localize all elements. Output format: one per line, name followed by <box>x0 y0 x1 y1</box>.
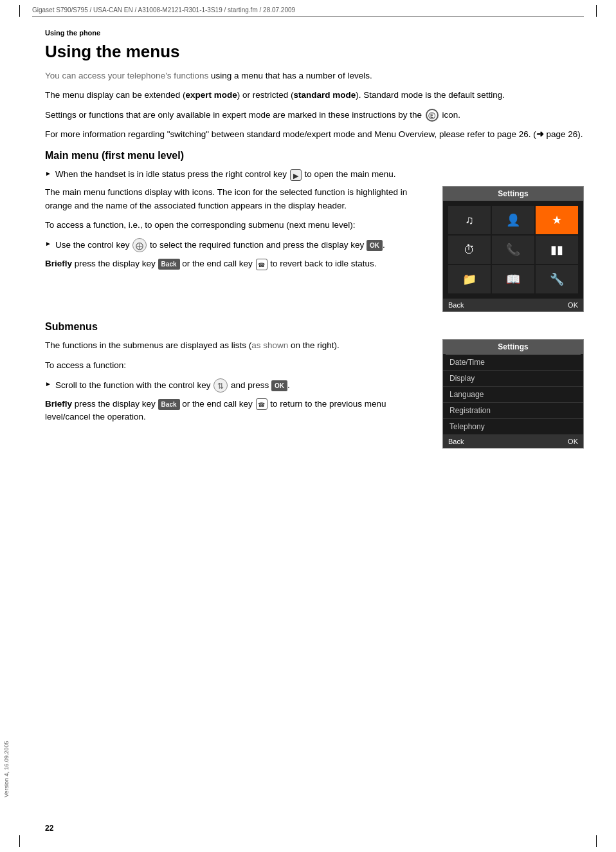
main-menu-two-col: The main menu functions display with ico… <box>45 186 584 312</box>
submenus-access-intro: To access a function: <box>45 359 432 372</box>
doc-header: Gigaset S790/S795 / USA-CAN EN / A31008-… <box>32 6 584 17</box>
paragraph-3: Settings or functions that are only avai… <box>45 109 584 122</box>
grid-cell-music: ♫ <box>448 206 491 234</box>
list-item-display: Display <box>443 371 583 387</box>
phone-display-footer: Back OK <box>443 299 583 311</box>
control-key-nav-icon: ⨁ <box>132 238 147 252</box>
submenus-heading: Submenus <box>45 321 584 333</box>
ok-key-badge-2: OK <box>271 380 287 391</box>
phone-display-list-footer: Back OK <box>443 435 583 448</box>
paragraph-1: You can access your telephone's function… <box>45 69 584 82</box>
main-menu-left: The main menu functions display with ico… <box>45 186 432 312</box>
main-menu-bullet-1: ► When the handset is in idle status pre… <box>45 168 584 181</box>
list-item-telephony: Telephony <box>443 419 583 435</box>
page-mark-top-left <box>19 5 20 17</box>
back-key-badge-2: Back <box>158 399 180 410</box>
phone-display-submenu: Settings Date/Time Display Language Regi… <box>442 339 584 449</box>
list-item-registration: Registration <box>443 403 583 419</box>
phone-display-list-title: Settings <box>443 340 583 354</box>
grid-cell-star: ★ <box>536 206 578 234</box>
grid-cell-folder: 📁 <box>448 265 491 293</box>
icon-description: The main menu functions display with ico… <box>45 186 432 212</box>
section-label: Using the phone <box>45 29 584 37</box>
phone-display-list-box: Settings Date/Time Display Language Regi… <box>442 339 584 449</box>
submenus-left: The functions in the submenus are displa… <box>45 339 432 449</box>
phone-display-main-menu: Settings ♫ 👤 ★ ⏱ 📞 ▮▮ 📁 📖 🔧 Back <box>442 186 584 312</box>
right-control-key-icon: ▶ <box>290 169 302 181</box>
control-key-nav-icon-2: ⇅ <box>213 378 228 393</box>
briefly-text-1: Briefly press the display key Back or th… <box>45 257 432 270</box>
main-menu-heading: Main menu (first menu level) <box>45 150 584 162</box>
bullet-arrow-2: ► <box>45 239 51 248</box>
grid-cell-wrench: 🔧 <box>536 265 578 293</box>
bullet-arrow-1: ► <box>45 169 51 178</box>
phone-display-title: Settings <box>443 187 583 201</box>
main-content: Using the phone Using the menus You can … <box>45 29 584 449</box>
grid-cell-book: 📖 <box>492 265 534 293</box>
footer-ok: OK <box>568 301 578 309</box>
submenus-para-1: The functions in the submenus are displa… <box>45 339 432 352</box>
expert-mode-icon: Ⓔ <box>426 109 439 122</box>
grid-cell-phone: 📞 <box>492 236 534 264</box>
access-function-intro: To access a function, i.e., to open the … <box>45 219 432 232</box>
page-mark-top-right <box>596 5 597 17</box>
list-item-language: Language <box>443 387 583 403</box>
end-call-key-icon-2: ☎ <box>256 398 267 410</box>
footer-back: Back <box>448 301 464 309</box>
bullet-arrow-3: ► <box>45 379 51 389</box>
main-heading: Using the menus <box>45 42 584 62</box>
header-text: Gigaset S790/S795 / USA-CAN EN / A31008-… <box>32 6 295 14</box>
scroll-bullet: ► Scroll to the function with the contro… <box>45 378 432 393</box>
briefly-text-2: Briefly press the display key Back or th… <box>45 398 432 424</box>
submenus-two-col: The functions in the submenus are displa… <box>45 339 584 449</box>
side-version: Version 4, 16.09.2005 <box>3 741 10 797</box>
list-footer-ok: OK <box>568 438 578 445</box>
paragraph-4: For more information regarding "switchin… <box>45 128 584 141</box>
grid-cell-clock: ⏱ <box>448 236 491 264</box>
grid-cell-contacts: 👤 <box>492 206 534 234</box>
phone-display-grid: ♫ 👤 ★ ⏱ 📞 ▮▮ 📁 📖 🔧 <box>443 201 583 299</box>
page-mark-bottom-right <box>596 835 597 847</box>
phone-display-box: Settings ♫ 👤 ★ ⏱ 📞 ▮▮ 📁 📖 🔧 Back <box>442 186 584 312</box>
use-control-key-bullet: ► Use the control key ⨁ to select the re… <box>45 238 432 252</box>
page-number: 22 <box>45 824 53 833</box>
grid-cell-voicemail: ▮▮ <box>536 236 578 264</box>
back-key-badge-1: Back <box>158 259 180 270</box>
page-mark-bottom-left <box>19 835 20 847</box>
paragraph-2: The menu display can be extended (expert… <box>45 89 584 102</box>
list-footer-back: Back <box>448 438 464 445</box>
ok-key-badge: OK <box>367 240 383 251</box>
end-call-key-icon-1: ☎ <box>256 259 267 270</box>
list-item-datetime: Date/Time <box>443 355 583 371</box>
